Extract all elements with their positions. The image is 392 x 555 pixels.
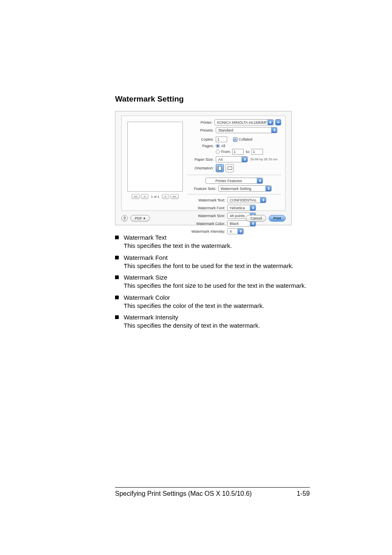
bullet-title: Watermark Size: [124, 273, 306, 282]
bullet-item: Watermark Color This specifies the color…: [115, 294, 310, 310]
footer-right: 1-59: [297, 490, 310, 497]
nav-last-button[interactable]: ▸▸: [171, 194, 179, 199]
pages-label: Pages:: [187, 144, 214, 148]
pages-range-radio[interactable]: [216, 150, 220, 154]
divider: [187, 175, 281, 175]
pages-from-input[interactable]: 1: [232, 149, 244, 155]
bullet-desc: This specifies the text in the watermark…: [124, 242, 232, 250]
wm-intensity-select[interactable]: 4: [227, 228, 244, 234]
featuresets-value: Watermark Setting: [221, 187, 251, 191]
copies-input[interactable]: 1: [216, 136, 227, 142]
copies-label: Copies:: [187, 137, 214, 141]
printer-label: Printer:: [187, 120, 212, 125]
wm-font-label: Watermark Font:: [187, 206, 225, 210]
select-cap-icon: [257, 178, 263, 183]
select-cap-icon: [250, 205, 256, 210]
bullet-icon: [115, 315, 119, 319]
portrait-icon: [218, 166, 221, 171]
bullet-item: Watermark Text This specifies the text i…: [115, 234, 310, 250]
papersize-value: A4: [218, 157, 223, 162]
select-cap-icon: [271, 127, 277, 133]
presets-value: Standard: [218, 128, 233, 132]
page-footer: Specifying Print Settings (Mac OS X 10.5…: [115, 487, 310, 497]
orientation-landscape-button[interactable]: [226, 164, 234, 172]
wm-text-value: CONFIDENTIAL: [230, 198, 257, 202]
wm-font-select[interactable]: Helvetica: [227, 205, 256, 211]
wm-text-label: Watermark Text:: [187, 198, 225, 202]
bullet-desc: This specifies the color of the text in …: [124, 302, 264, 310]
bullet-desc: This specifies the density of text in th…: [124, 321, 260, 330]
pages-all-label: All: [221, 144, 225, 148]
wm-font-value: Helvetica: [230, 206, 245, 210]
orientation-portrait-button[interactable]: [216, 164, 224, 172]
divider: [187, 194, 281, 194]
print-dialog: ◂◂ ◂ 1 of 1 ▸ ▸▸ Printer: KONICA MINOLTA…: [115, 111, 292, 225]
papersize-select[interactable]: A4: [216, 156, 248, 162]
dialog-inner: ◂◂ ◂ 1 of 1 ▸ ▸▸ Printer: KONICA MINOLTA…: [121, 116, 286, 211]
print-button[interactable]: Print: [269, 215, 286, 222]
preview-nav: ◂◂ ◂ 1 of 1 ▸ ▸▸: [127, 194, 183, 199]
wm-intensity-value: 4: [230, 229, 232, 234]
help-button[interactable]: ?: [121, 215, 128, 222]
bullet-icon: [115, 236, 119, 239]
bullet-title: Watermark Color: [124, 294, 264, 302]
wm-intensity-label: Watermark Intensity:: [187, 229, 225, 234]
featuresets-label: Feature Sets:: [187, 187, 216, 191]
printer-value: KONICA MINOLTA mc1680MF: [217, 120, 267, 125]
section-value: Printer Features: [215, 179, 242, 183]
pages-from-label: From:: [221, 150, 231, 154]
nav-next-button[interactable]: ▸: [162, 194, 169, 199]
bullet-title: Watermark Font: [124, 254, 294, 262]
presets-label: Presets:: [187, 128, 214, 132]
select-cap-icon: [260, 197, 266, 203]
bullet-desc: This specifies the font size to be used …: [124, 282, 306, 290]
nav-prev-button[interactable]: ◂: [141, 194, 148, 199]
cancel-button[interactable]: Cancel: [246, 215, 266, 222]
dialog-footer: ? PDF ▾ Cancel Print: [121, 215, 286, 222]
wm-text-select[interactable]: CONFIDENTIAL: [227, 197, 266, 203]
page-preview: [127, 122, 183, 192]
bullet-icon: [115, 275, 119, 279]
collated-checkbox[interactable]: [233, 137, 238, 142]
orientation-label: Orientation:: [187, 166, 214, 170]
nav-first-button[interactable]: ◂◂: [131, 194, 140, 199]
featuresets-select[interactable]: Watermark Setting: [218, 185, 272, 192]
bullet-list: Watermark Text This specifies the text i…: [115, 234, 310, 330]
section-select[interactable]: Printer Features: [205, 178, 263, 184]
nav-count: 1 of 1: [151, 195, 159, 199]
presets-select[interactable]: Standard: [216, 127, 277, 133]
select-cap-icon: [265, 186, 271, 191]
pages-to-label: to:: [246, 150, 250, 154]
papersize-dims: 20.99 by 29.70 cm: [250, 157, 277, 161]
bullet-item: Watermark Size This specifies the font s…: [115, 273, 310, 290]
footer-left: Specifying Print Settings (Mac OS X 10.5…: [115, 490, 252, 497]
pdf-menu-button[interactable]: PDF ▾: [130, 215, 150, 222]
collated-label: Collated: [239, 137, 252, 141]
select-cap-icon: [238, 229, 243, 234]
bullet-icon: [115, 256, 119, 259]
papersize-label: Paper Size:: [187, 157, 214, 162]
printer-select[interactable]: KONICA MINOLTA mc1680MF: [214, 119, 274, 125]
pages-all-radio[interactable]: [216, 144, 220, 148]
printer-disclosure-button[interactable]: [275, 119, 281, 125]
document-page: Watermark Setting ◂◂ ◂ 1 of 1 ▸ ▸▸ Print…: [0, 0, 392, 555]
bullet-item: Watermark Font This specifies the font t…: [115, 254, 310, 271]
section-heading: Watermark Setting: [115, 95, 310, 104]
bullet-icon: [115, 296, 119, 299]
wm-color-label: Watermark Color:: [187, 222, 225, 226]
bullet-title: Watermark Intensity: [124, 313, 260, 321]
bullet-desc: This specifies the font to be used for t…: [124, 262, 294, 270]
pages-to-input[interactable]: 1: [251, 149, 263, 155]
wm-color-value: Black: [230, 222, 239, 226]
select-cap-icon: [267, 120, 273, 125]
select-cap-icon: [242, 157, 247, 162]
landscape-icon: [228, 166, 232, 170]
bullet-item: Watermark Intensity This specifies the d…: [115, 313, 310, 330]
